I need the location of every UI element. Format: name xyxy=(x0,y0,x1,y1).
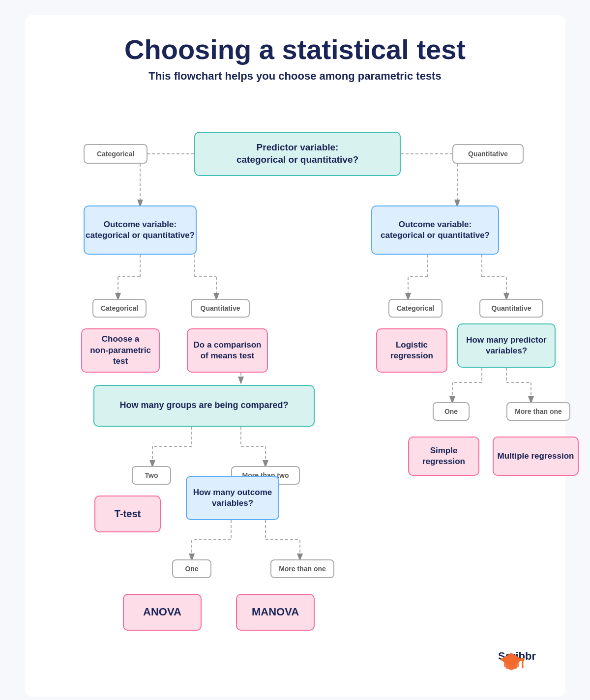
categorical-top-label: Categorical xyxy=(84,144,148,164)
t-test-box: T-test xyxy=(94,496,161,532)
page-subtitle: This flowchart helps you choose among pa… xyxy=(54,70,536,83)
page-title: Choosing a statistical test xyxy=(54,34,536,65)
outcome-right-box: Outcome variable: categorical or quantit… xyxy=(371,205,499,255)
more-than-one-right-label: More than one xyxy=(506,402,570,421)
quantitative-top-label: Quantitative xyxy=(452,144,524,164)
categorical-right-label: Categorical xyxy=(388,299,442,318)
quantitative-left-label: Quantitative xyxy=(191,299,250,318)
logistic-regression-box: Logistic regression xyxy=(376,328,447,373)
how-many-outcome-box: How many outcome variables? xyxy=(186,476,279,520)
categorical-left-label: Categorical xyxy=(92,299,147,318)
svg-rect-39 xyxy=(506,662,517,669)
anova-box: ANOVA xyxy=(123,594,202,631)
manova-box: MANOVA xyxy=(236,594,315,631)
comparison-means-box: Do a comparison of means test xyxy=(187,328,268,373)
one-left-label: One xyxy=(172,559,211,578)
non-parametric-box: Choose a non-parametric test xyxy=(81,328,160,373)
how-many-predictor-box: How many predictor variables? xyxy=(457,323,556,368)
scribbr-text: Scribbr xyxy=(498,650,536,663)
how-many-groups-box: How many groups are being compared? xyxy=(93,385,315,427)
two-label: Two xyxy=(132,466,171,485)
predictor-box: Predictor variable: categorical or quant… xyxy=(194,132,401,176)
multiple-regression-box: Multiple regression xyxy=(493,437,579,476)
outcome-left-box: Outcome variable: categorical or quantit… xyxy=(84,205,197,255)
quantitative-right-label: Quantitative xyxy=(479,299,543,318)
more-than-one-left-label: More than one xyxy=(270,559,334,578)
one-right-label: One xyxy=(433,402,470,421)
simple-regression-box: Simple regression xyxy=(408,437,479,476)
scribbr-logo: Scribbr xyxy=(498,649,536,663)
